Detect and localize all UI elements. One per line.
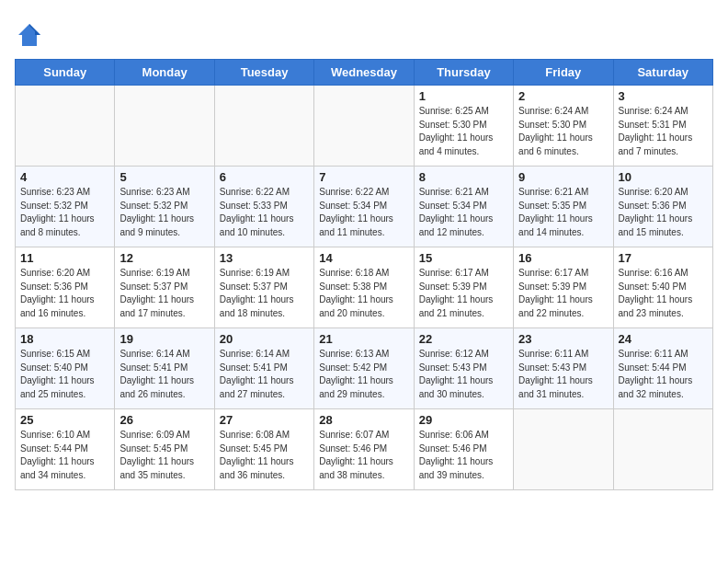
day-info: Sunrise: 6:19 AM Sunset: 5:37 PM Dayligh… <box>220 267 309 320</box>
calendar-header-saturday: Saturday <box>613 60 712 86</box>
day-info: Sunrise: 6:24 AM Sunset: 5:31 PM Dayligh… <box>619 105 708 158</box>
day-info: Sunrise: 6:13 AM Sunset: 5:42 PM Dayligh… <box>319 348 408 401</box>
calendar-cell: 23Sunrise: 6:11 AM Sunset: 5:43 PM Dayli… <box>514 328 613 409</box>
calendar-cell <box>214 86 313 167</box>
day-number: 26 <box>119 413 209 427</box>
calendar-week-row: 25Sunrise: 6:10 AM Sunset: 5:44 PM Dayli… <box>16 409 713 490</box>
day-number: 16 <box>518 251 608 265</box>
day-number: 24 <box>619 332 708 346</box>
day-info: Sunrise: 6:24 AM Sunset: 5:30 PM Dayligh… <box>518 105 608 158</box>
day-number: 12 <box>119 251 209 265</box>
day-info: Sunrise: 6:20 AM Sunset: 5:36 PM Dayligh… <box>20 267 109 320</box>
calendar-cell: 9Sunrise: 6:21 AM Sunset: 5:35 PM Daylig… <box>514 167 613 247</box>
calendar-cell: 20Sunrise: 6:14 AM Sunset: 5:41 PM Dayli… <box>214 328 313 409</box>
day-info: Sunrise: 6:23 AM Sunset: 5:32 PM Dayligh… <box>119 186 209 239</box>
day-number: 6 <box>220 170 309 184</box>
day-info: Sunrise: 6:22 AM Sunset: 5:33 PM Dayligh… <box>220 186 309 239</box>
day-info: Sunrise: 6:08 AM Sunset: 5:45 PM Dayligh… <box>220 429 309 482</box>
calendar-cell: 8Sunrise: 6:21 AM Sunset: 5:34 PM Daylig… <box>414 167 513 247</box>
day-number: 27 <box>220 413 309 427</box>
calendar-cell: 11Sunrise: 6:20 AM Sunset: 5:36 PM Dayli… <box>16 247 115 328</box>
day-info: Sunrise: 6:14 AM Sunset: 5:41 PM Dayligh… <box>220 348 309 401</box>
day-number: 11 <box>20 251 109 265</box>
calendar-cell: 1Sunrise: 6:25 AM Sunset: 5:30 PM Daylig… <box>414 86 513 167</box>
day-info: Sunrise: 6:21 AM Sunset: 5:34 PM Dayligh… <box>419 186 508 239</box>
logo-icon <box>17 22 42 48</box>
day-info: Sunrise: 6:06 AM Sunset: 5:46 PM Dayligh… <box>419 429 508 482</box>
calendar-cell <box>115 86 214 167</box>
day-info: Sunrise: 6:09 AM Sunset: 5:45 PM Dayligh… <box>119 429 209 482</box>
calendar-week-row: 4Sunrise: 6:23 AM Sunset: 5:32 PM Daylig… <box>16 167 713 247</box>
day-info: Sunrise: 6:19 AM Sunset: 5:37 PM Dayligh… <box>119 267 209 320</box>
calendar-cell: 24Sunrise: 6:11 AM Sunset: 5:44 PM Dayli… <box>613 328 712 409</box>
calendar-cell: 16Sunrise: 6:17 AM Sunset: 5:39 PM Dayli… <box>514 247 613 328</box>
calendar-cell: 21Sunrise: 6:13 AM Sunset: 5:42 PM Dayli… <box>314 328 414 409</box>
calendar-cell: 22Sunrise: 6:12 AM Sunset: 5:43 PM Dayli… <box>414 328 513 409</box>
header <box>15 15 713 48</box>
day-info: Sunrise: 6:15 AM Sunset: 5:40 PM Dayligh… <box>20 348 109 401</box>
day-info: Sunrise: 6:17 AM Sunset: 5:39 PM Dayligh… <box>419 267 508 320</box>
day-number: 13 <box>220 251 309 265</box>
calendar-header-wednesday: Wednesday <box>314 60 414 86</box>
day-number: 18 <box>20 332 109 346</box>
day-number: 22 <box>419 332 508 346</box>
calendar-table: SundayMondayTuesdayWednesdayThursdayFrid… <box>15 59 713 490</box>
day-number: 5 <box>119 170 209 184</box>
calendar-week-row: 18Sunrise: 6:15 AM Sunset: 5:40 PM Dayli… <box>16 328 713 409</box>
day-number: 10 <box>619 170 708 184</box>
day-number: 21 <box>319 332 408 346</box>
day-number: 1 <box>419 89 508 103</box>
calendar-header-sunday: Sunday <box>16 60 115 86</box>
calendar-cell: 15Sunrise: 6:17 AM Sunset: 5:39 PM Dayli… <box>414 247 513 328</box>
day-info: Sunrise: 6:23 AM Sunset: 5:32 PM Dayligh… <box>20 186 109 239</box>
calendar-week-row: 1Sunrise: 6:25 AM Sunset: 5:30 PM Daylig… <box>16 86 713 167</box>
day-number: 8 <box>419 170 508 184</box>
day-info: Sunrise: 6:11 AM Sunset: 5:43 PM Dayligh… <box>518 348 608 401</box>
day-info: Sunrise: 6:12 AM Sunset: 5:43 PM Dayligh… <box>419 348 508 401</box>
calendar-cell <box>16 86 115 167</box>
calendar-cell: 12Sunrise: 6:19 AM Sunset: 5:37 PM Dayli… <box>115 247 214 328</box>
calendar-header-friday: Friday <box>514 60 613 86</box>
calendar-cell: 29Sunrise: 6:06 AM Sunset: 5:46 PM Dayli… <box>414 409 513 490</box>
day-info: Sunrise: 6:10 AM Sunset: 5:44 PM Dayligh… <box>20 429 109 482</box>
day-number: 17 <box>619 251 708 265</box>
calendar-header-tuesday: Tuesday <box>214 60 313 86</box>
day-info: Sunrise: 6:11 AM Sunset: 5:44 PM Dayligh… <box>619 348 708 401</box>
logo <box>15 22 42 48</box>
calendar-cell <box>613 409 712 490</box>
calendar-week-row: 11Sunrise: 6:20 AM Sunset: 5:36 PM Dayli… <box>16 247 713 328</box>
day-info: Sunrise: 6:22 AM Sunset: 5:34 PM Dayligh… <box>319 186 408 239</box>
day-number: 25 <box>20 413 109 427</box>
day-number: 19 <box>119 332 209 346</box>
calendar-cell: 6Sunrise: 6:22 AM Sunset: 5:33 PM Daylig… <box>214 167 313 247</box>
calendar-header-thursday: Thursday <box>414 60 513 86</box>
calendar-cell: 13Sunrise: 6:19 AM Sunset: 5:37 PM Dayli… <box>214 247 313 328</box>
day-number: 20 <box>220 332 309 346</box>
calendar-cell: 3Sunrise: 6:24 AM Sunset: 5:31 PM Daylig… <box>613 86 712 167</box>
day-number: 15 <box>419 251 508 265</box>
calendar-cell: 26Sunrise: 6:09 AM Sunset: 5:45 PM Dayli… <box>115 409 214 490</box>
day-info: Sunrise: 6:14 AM Sunset: 5:41 PM Dayligh… <box>119 348 209 401</box>
day-number: 9 <box>518 170 608 184</box>
calendar-cell: 4Sunrise: 6:23 AM Sunset: 5:32 PM Daylig… <box>16 167 115 247</box>
calendar-cell <box>514 409 613 490</box>
day-info: Sunrise: 6:07 AM Sunset: 5:46 PM Dayligh… <box>319 429 408 482</box>
calendar-cell: 17Sunrise: 6:16 AM Sunset: 5:40 PM Dayli… <box>613 247 712 328</box>
day-number: 7 <box>319 170 408 184</box>
calendar-cell: 28Sunrise: 6:07 AM Sunset: 5:46 PM Dayli… <box>314 409 414 490</box>
calendar-header-row: SundayMondayTuesdayWednesdayThursdayFrid… <box>16 60 713 86</box>
calendar-cell: 18Sunrise: 6:15 AM Sunset: 5:40 PM Dayli… <box>16 328 115 409</box>
calendar-header-monday: Monday <box>115 60 214 86</box>
day-number: 14 <box>319 251 408 265</box>
calendar-cell: 27Sunrise: 6:08 AM Sunset: 5:45 PM Dayli… <box>214 409 313 490</box>
calendar-cell: 5Sunrise: 6:23 AM Sunset: 5:32 PM Daylig… <box>115 167 214 247</box>
calendar-cell: 7Sunrise: 6:22 AM Sunset: 5:34 PM Daylig… <box>314 167 414 247</box>
calendar-cell: 10Sunrise: 6:20 AM Sunset: 5:36 PM Dayli… <box>613 167 712 247</box>
day-info: Sunrise: 6:25 AM Sunset: 5:30 PM Dayligh… <box>419 105 508 158</box>
calendar-cell: 25Sunrise: 6:10 AM Sunset: 5:44 PM Dayli… <box>16 409 115 490</box>
day-number: 29 <box>419 413 508 427</box>
day-info: Sunrise: 6:17 AM Sunset: 5:39 PM Dayligh… <box>518 267 608 320</box>
day-number: 3 <box>619 89 708 103</box>
calendar-body: 1Sunrise: 6:25 AM Sunset: 5:30 PM Daylig… <box>16 86 713 490</box>
calendar-cell: 19Sunrise: 6:14 AM Sunset: 5:41 PM Dayli… <box>115 328 214 409</box>
